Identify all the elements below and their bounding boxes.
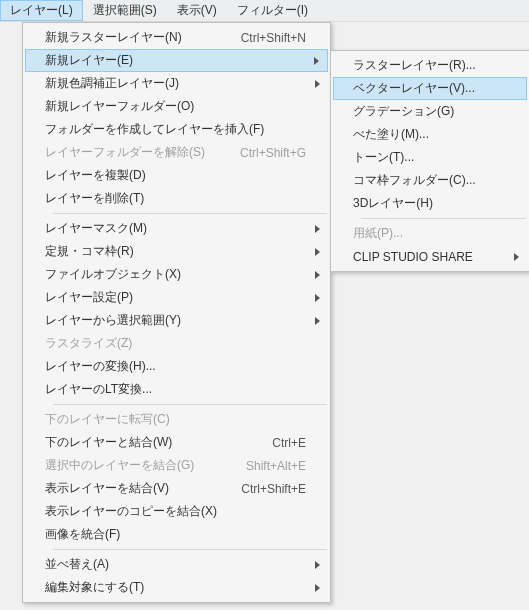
layer-menu-item-10[interactable]: 定規・コマ枠(R) [25, 240, 328, 263]
new-layer-submenu-item-8: 用紙(P)... [333, 222, 527, 245]
new-layer-submenu-item-1[interactable]: ベクターレイヤー(V)... [333, 77, 527, 100]
menu-item-label: レイヤーを複製(D) [45, 167, 306, 184]
menu-item-label: レイヤーフォルダーを解除(S) [45, 144, 228, 161]
layer-menu-item-22[interactable]: 表示レイヤーのコピーを結合(X) [25, 500, 328, 523]
menu-item-shortcut: Ctrl+Shift+E [241, 482, 306, 496]
chevron-right-icon [315, 561, 320, 569]
menu-item-label: CLIP STUDIO SHARE [353, 250, 505, 264]
chevron-right-icon [315, 80, 320, 88]
menu-item-label: コマ枠フォルダー(C)... [353, 172, 505, 189]
menu-item-label: ファイルオブジェクト(X) [45, 266, 306, 283]
menu-item-label: 新規色調補正レイヤー(J) [45, 75, 306, 92]
menu-bar: レイヤー(L) 選択範囲(S) 表示(V) フィルター(I) [0, 0, 529, 22]
chevron-right-icon [315, 248, 320, 256]
layer-menu-item-3[interactable]: 新規レイヤーフォルダー(O) [25, 95, 328, 118]
layer-menu-item-11[interactable]: ファイルオブジェクト(X) [25, 263, 328, 286]
layer-dropdown-menu: 新規ラスターレイヤー(N)Ctrl+Shift+N新規レイヤー(E)新規色調補正… [22, 22, 331, 603]
menu-separator [53, 404, 327, 405]
menu-item-label: 新規レイヤーフォルダー(O) [45, 98, 306, 115]
menu-item-label: 定規・コマ枠(R) [45, 243, 306, 260]
menu-item-label: 表示レイヤーのコピーを結合(X) [45, 503, 306, 520]
menu-item-label: レイヤー設定(P) [45, 289, 306, 306]
layer-menu-item-26[interactable]: 編集対象にする(T) [25, 576, 328, 599]
layer-menu-item-20: 選択中のレイヤーを結合(G)Shift+Alt+E [25, 454, 328, 477]
menu-item-label: ラスターレイヤー(R)... [353, 57, 505, 74]
menu-bar-item-layer[interactable]: レイヤー(L) [0, 0, 83, 21]
new-layer-submenu-item-6[interactable]: 3Dレイヤー(H) [333, 192, 527, 215]
new-layer-submenu-item-5[interactable]: コマ枠フォルダー(C)... [333, 169, 527, 192]
chevron-right-icon [514, 253, 519, 261]
menu-item-label: レイヤーのLT変換... [45, 381, 306, 398]
menu-item-label: トーン(T)... [353, 149, 505, 166]
menu-separator [53, 213, 327, 214]
chevron-right-icon [315, 584, 320, 592]
chevron-right-icon [315, 271, 320, 279]
new-layer-submenu-item-3[interactable]: べた塗り(M)... [333, 123, 527, 146]
menu-item-label: レイヤーを削除(T) [45, 190, 306, 207]
menu-item-label: レイヤーから選択範囲(Y) [45, 312, 306, 329]
menu-item-label: フォルダーを作成してレイヤーを挿入(F) [45, 121, 306, 138]
menu-item-label: ラスタライズ(Z) [45, 335, 306, 352]
menu-separator [361, 218, 526, 219]
chevron-right-icon [315, 225, 320, 233]
layer-menu-item-1[interactable]: 新規レイヤー(E) [25, 49, 328, 72]
new-layer-submenu-item-0[interactable]: ラスターレイヤー(R)... [333, 54, 527, 77]
menu-item-label: 用紙(P)... [353, 225, 505, 242]
new-layer-submenu-item-2[interactable]: グラデーション(G) [333, 100, 527, 123]
menu-item-label: 新規ラスターレイヤー(N) [45, 29, 229, 46]
layer-menu-item-21[interactable]: 表示レイヤーを結合(V)Ctrl+Shift+E [25, 477, 328, 500]
layer-menu-item-16[interactable]: レイヤーのLT変換... [25, 378, 328, 401]
layer-menu-item-7[interactable]: レイヤーを削除(T) [25, 187, 328, 210]
new-layer-submenu: ラスターレイヤー(R)...ベクターレイヤー(V)...グラデーション(G)べた… [330, 50, 529, 272]
layer-menu-item-23[interactable]: 画像を統合(F) [25, 523, 328, 546]
layer-menu-item-4[interactable]: フォルダーを作成してレイヤーを挿入(F) [25, 118, 328, 141]
chevron-right-icon [315, 294, 320, 302]
layer-menu-item-6[interactable]: レイヤーを複製(D) [25, 164, 328, 187]
menu-item-label: 編集対象にする(T) [45, 579, 306, 596]
layer-menu-item-18: 下のレイヤーに転写(C) [25, 408, 328, 431]
menu-item-label: 選択中のレイヤーを結合(G) [45, 457, 234, 474]
layer-menu-item-0[interactable]: 新規ラスターレイヤー(N)Ctrl+Shift+N [25, 26, 328, 49]
chevron-right-icon [314, 57, 319, 65]
menu-item-label: 新規レイヤー(E) [45, 52, 306, 69]
menu-separator [53, 549, 327, 550]
layer-menu-item-5: レイヤーフォルダーを解除(S)Ctrl+Shift+G [25, 141, 328, 164]
menu-item-shortcut: Ctrl+Shift+N [241, 31, 306, 45]
menu-item-shortcut: Ctrl+E [272, 436, 306, 450]
new-layer-submenu-item-9[interactable]: CLIP STUDIO SHARE [333, 245, 527, 268]
menu-item-label: 並べ替え(A) [45, 556, 306, 573]
menu-item-label: 下のレイヤーに転写(C) [45, 411, 306, 428]
menu-item-shortcut: Shift+Alt+E [246, 459, 306, 473]
layer-menu-item-9[interactable]: レイヤーマスク(M) [25, 217, 328, 240]
menu-bar-label: 選択範囲(S) [93, 2, 157, 19]
menu-item-label: グラデーション(G) [353, 103, 505, 120]
menu-item-label: べた塗り(M)... [353, 126, 505, 143]
menu-item-shortcut: Ctrl+Shift+G [240, 146, 306, 160]
menu-item-label: 下のレイヤーと結合(W) [45, 434, 260, 451]
menu-bar-item-selection[interactable]: 選択範囲(S) [83, 0, 167, 21]
menu-bar-item-filter[interactable]: フィルター(I) [227, 0, 318, 21]
layer-menu-item-13[interactable]: レイヤーから選択範囲(Y) [25, 309, 328, 332]
menu-bar-label: レイヤー(L) [10, 2, 73, 19]
menu-item-label: 表示レイヤーを結合(V) [45, 480, 229, 497]
menu-bar-label: フィルター(I) [237, 2, 308, 19]
chevron-right-icon [315, 317, 320, 325]
layer-menu-item-2[interactable]: 新規色調補正レイヤー(J) [25, 72, 328, 95]
menu-bar-item-view[interactable]: 表示(V) [167, 0, 227, 21]
menu-item-label: レイヤーマスク(M) [45, 220, 306, 237]
menu-item-label: ベクターレイヤー(V)... [353, 80, 505, 97]
menu-bar-label: 表示(V) [177, 2, 217, 19]
menu-item-label: 画像を統合(F) [45, 526, 306, 543]
menu-item-label: レイヤーの変換(H)... [45, 358, 306, 375]
layer-menu-item-15[interactable]: レイヤーの変換(H)... [25, 355, 328, 378]
layer-menu-item-19[interactable]: 下のレイヤーと結合(W)Ctrl+E [25, 431, 328, 454]
new-layer-submenu-item-4[interactable]: トーン(T)... [333, 146, 527, 169]
menu-item-label: 3Dレイヤー(H) [353, 195, 505, 212]
layer-menu-item-25[interactable]: 並べ替え(A) [25, 553, 328, 576]
layer-menu-item-14: ラスタライズ(Z) [25, 332, 328, 355]
layer-menu-item-12[interactable]: レイヤー設定(P) [25, 286, 328, 309]
